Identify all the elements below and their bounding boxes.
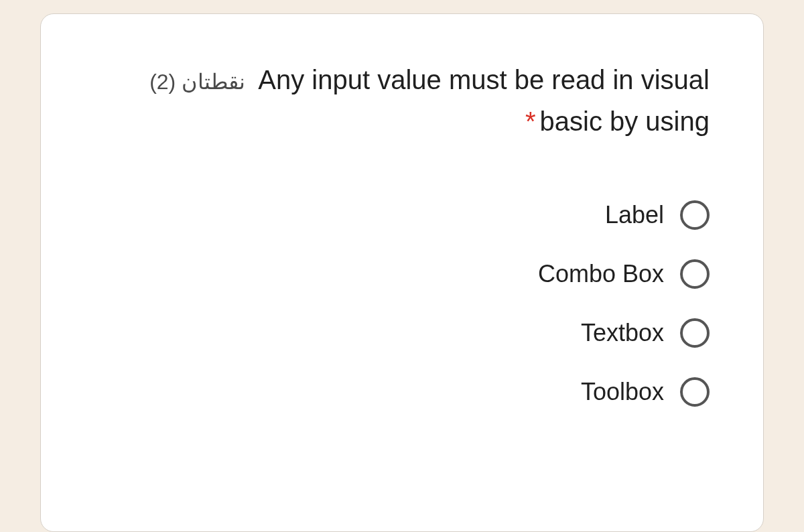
radio-icon	[680, 377, 710, 407]
question-text-2: basic by using	[540, 107, 710, 136]
option-text: Label	[605, 201, 664, 229]
question-line-1: نقطتان (2) Any input value must be read …	[94, 61, 710, 98]
option-label[interactable]: Label	[605, 200, 710, 230]
radio-icon	[680, 318, 710, 348]
question-card: نقطتان (2) Any input value must be read …	[40, 13, 764, 532]
question-text-1: Any input value must be read in visual	[258, 65, 710, 94]
option-toolbox[interactable]: Toolbox	[581, 377, 710, 407]
option-textbox[interactable]: Textbox	[581, 318, 710, 348]
points-badge: نقطتان (2)	[149, 70, 245, 94]
option-combo-box[interactable]: Combo Box	[538, 259, 710, 289]
required-marker: *	[525, 107, 536, 136]
options-group: Label Combo Box Textbox Toolbox	[94, 200, 710, 407]
option-text: Toolbox	[581, 378, 664, 406]
radio-icon	[680, 200, 710, 230]
radio-icon	[680, 259, 710, 289]
question-line-2: *basic by using	[94, 103, 710, 140]
question-block: نقطتان (2) Any input value must be read …	[94, 61, 710, 140]
option-text: Combo Box	[538, 260, 664, 288]
option-text: Textbox	[581, 319, 664, 347]
